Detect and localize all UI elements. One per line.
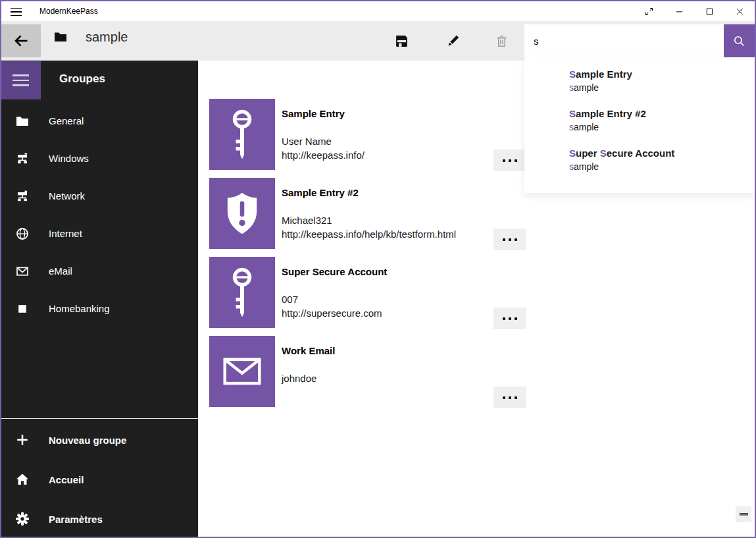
home-icon bbox=[16, 473, 29, 486]
sidebar-item-email[interactable]: eMail bbox=[1, 252, 198, 290]
app-window: ModernKeePass bbox=[0, 0, 756, 538]
entry-username: Michael321 bbox=[282, 215, 332, 226]
more-options-button[interactable] bbox=[493, 308, 526, 329]
entry-tile bbox=[209, 336, 275, 407]
entry-username: User Name bbox=[282, 136, 332, 147]
search-button[interactable] bbox=[724, 24, 755, 57]
search-suggestion[interactable]: Sample Entry #2 sample bbox=[524, 105, 755, 144]
close-icon bbox=[735, 7, 745, 16]
folder-icon bbox=[16, 115, 29, 128]
group-label: eMail bbox=[49, 265, 72, 277]
pencil-icon bbox=[446, 34, 460, 48]
window-controls bbox=[634, 1, 755, 21]
suggestion-subtitle: sample bbox=[569, 81, 748, 94]
fullscreen-icon bbox=[644, 7, 654, 16]
suggestion-title: Sample Entry #2 bbox=[569, 107, 748, 121]
search-suggestion[interactable]: Super Secure Account sample bbox=[524, 144, 755, 184]
suggestion-subtitle: sample bbox=[569, 160, 748, 173]
search-suggestions: Sample Entry sample Sample Entry #2 samp… bbox=[524, 57, 755, 193]
envelope-icon bbox=[16, 265, 29, 278]
entry-tile bbox=[209, 178, 275, 249]
envelope-icon bbox=[223, 358, 261, 385]
sidebar-item-internet[interactable]: Internet bbox=[1, 215, 198, 252]
entry-tile bbox=[209, 257, 275, 328]
entry-title: Super Secure Account bbox=[282, 266, 387, 277]
more-options-button[interactable] bbox=[493, 229, 526, 250]
footer-label: Paramètres bbox=[49, 514, 103, 525]
titlebar-hamburger-icon[interactable] bbox=[9, 5, 32, 19]
group-label: Windows bbox=[49, 153, 89, 164]
search-input[interactable] bbox=[524, 24, 724, 57]
shield-exclamation-icon bbox=[223, 192, 261, 235]
square-icon bbox=[16, 302, 29, 315]
entry-title: Work Email bbox=[282, 345, 335, 356]
maximize-button[interactable] bbox=[694, 1, 724, 21]
save-button[interactable] bbox=[388, 28, 415, 54]
database-folder-icon bbox=[54, 32, 67, 42]
network-pc-icon bbox=[16, 190, 29, 203]
groups-header: Groupes bbox=[59, 72, 105, 86]
key-icon bbox=[229, 109, 255, 159]
command-bar: sample bbox=[1, 21, 755, 61]
save-icon bbox=[395, 34, 409, 48]
group-list: General Windows bbox=[1, 102, 198, 327]
delete-button[interactable] bbox=[488, 28, 515, 54]
group-label: Network bbox=[49, 190, 85, 202]
sidebar-hamburger-button[interactable] bbox=[1, 61, 41, 99]
sidebar-item-homebanking[interactable]: Homebanking bbox=[1, 290, 198, 327]
globe-icon bbox=[16, 227, 29, 240]
home-button[interactable]: Accueil bbox=[1, 460, 198, 499]
sidebar-item-network[interactable]: Network bbox=[1, 177, 198, 215]
group-label: General bbox=[49, 115, 84, 126]
key-icon bbox=[229, 267, 255, 317]
zoom-out-button[interactable] bbox=[736, 506, 751, 522]
database-title: sample bbox=[86, 30, 128, 45]
fullscreen-button[interactable] bbox=[634, 1, 664, 21]
gear-icon bbox=[16, 512, 29, 525]
sidebar-divider bbox=[1, 418, 198, 419]
entry-url: http://supersecure.com bbox=[282, 308, 382, 319]
sidebar: Groupes General bbox=[1, 61, 198, 537]
entry-row[interactable]: Sample Entry #2 Michael321 http://keepas… bbox=[209, 178, 528, 250]
sidebar-footer: Nouveau groupe Accueil bbox=[1, 420, 198, 538]
suggestion-subtitle: sample bbox=[569, 121, 748, 134]
new-group-button[interactable]: Nouveau groupe bbox=[1, 420, 198, 460]
settings-button[interactable]: Paramètres bbox=[1, 499, 198, 538]
edit-button[interactable] bbox=[440, 28, 466, 54]
group-label: Internet bbox=[49, 228, 82, 239]
entry-row[interactable]: Sample Entry User Name http://keepass.in… bbox=[209, 99, 528, 171]
trash-icon bbox=[495, 34, 509, 48]
footer-label: Nouveau groupe bbox=[49, 435, 126, 446]
magnifier-icon bbox=[733, 35, 745, 47]
suggestion-title: Sample Entry bbox=[569, 68, 748, 81]
entry-tile bbox=[209, 99, 275, 170]
suggestion-title: Super Secure Account bbox=[569, 147, 748, 160]
sidebar-item-windows[interactable]: Windows bbox=[1, 140, 198, 177]
entry-row[interactable]: Work Email johndoe bbox=[209, 336, 528, 408]
entry-url: http://keepass.info/ bbox=[282, 149, 365, 161]
entry-username: 007 bbox=[282, 294, 298, 305]
app-title: ModernKeePass bbox=[39, 7, 98, 16]
minus-icon bbox=[740, 513, 748, 516]
sidebar-item-general[interactable]: General bbox=[1, 102, 198, 140]
more-options-button[interactable] bbox=[493, 387, 526, 408]
back-arrow-icon bbox=[11, 33, 31, 49]
plus-icon bbox=[16, 433, 29, 446]
minimize-button[interactable] bbox=[664, 1, 694, 21]
search-suggestion[interactable]: Sample Entry sample bbox=[524, 65, 755, 105]
close-button[interactable] bbox=[724, 1, 755, 21]
entry-url: http://keepass.info/help/kb/testform.htm… bbox=[282, 229, 456, 240]
entry-row[interactable]: Super Secure Account 007 http://supersec… bbox=[209, 257, 528, 329]
minimize-icon bbox=[674, 7, 684, 16]
titlebar: ModernKeePass bbox=[1, 1, 755, 21]
entry-username: johndoe bbox=[282, 373, 316, 384]
footer-label: Accueil bbox=[49, 474, 84, 485]
more-options-button[interactable] bbox=[493, 149, 526, 171]
entry-title: Sample Entry #2 bbox=[282, 187, 359, 198]
network-pc-icon bbox=[16, 152, 29, 165]
group-label: Homebanking bbox=[49, 303, 110, 314]
maximize-icon bbox=[705, 7, 715, 16]
entry-title: Sample Entry bbox=[282, 108, 345, 119]
back-button[interactable] bbox=[1, 24, 41, 57]
